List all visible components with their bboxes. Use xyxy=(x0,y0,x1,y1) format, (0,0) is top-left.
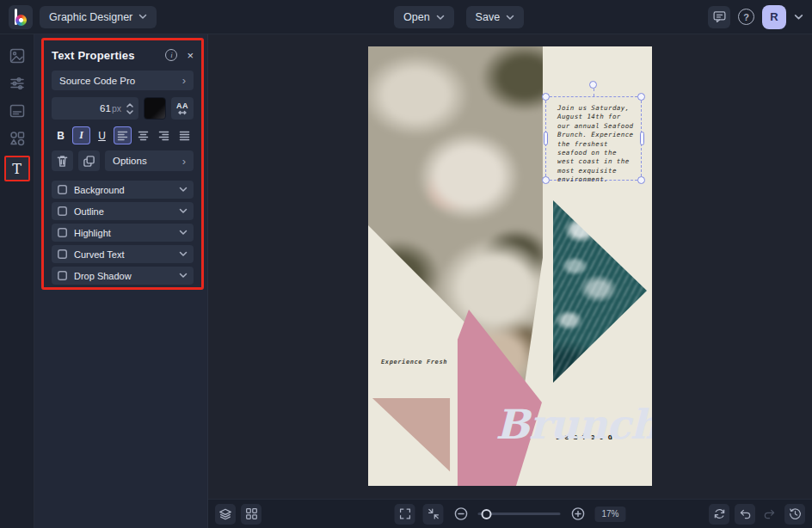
toggle-label: Background xyxy=(74,185,125,195)
highlight-checkbox[interactable] xyxy=(58,228,67,237)
reset-button[interactable] xyxy=(709,504,729,525)
bottom-toolbar: 17% xyxy=(208,499,812,528)
letter-spacing-button[interactable]: AA xyxy=(171,97,194,120)
close-panel-button[interactable]: × xyxy=(187,50,194,61)
stepper-up-icon[interactable] xyxy=(126,103,133,107)
font-size-value: 61 xyxy=(100,103,111,114)
toggle-label: Curved Text xyxy=(74,249,125,260)
effect-toggle-list: Background Outline Highlight Curved Text xyxy=(52,181,194,285)
justify-icon xyxy=(179,130,190,141)
stepper-down-icon[interactable] xyxy=(126,110,133,114)
rotate-handle[interactable] xyxy=(589,81,597,89)
align-right-button[interactable] xyxy=(155,126,173,144)
sidebar-item-graphics[interactable] xyxy=(3,125,31,152)
zoom-controls: 17% xyxy=(395,504,626,525)
sidebar-item-templates[interactable] xyxy=(3,97,31,125)
layers-button[interactable] xyxy=(215,504,236,525)
toggle-background[interactable]: Background xyxy=(52,181,194,199)
align-center-button[interactable] xyxy=(134,126,152,144)
resize-handle-top-left[interactable] xyxy=(542,93,550,101)
size-row: 61 px AA xyxy=(52,97,194,120)
sidebar-item-text-active[interactable]: T xyxy=(4,156,30,181)
info-icon: i xyxy=(170,51,173,59)
toggle-label: Highlight xyxy=(74,228,111,238)
undo-button[interactable] xyxy=(735,504,755,525)
toggle-highlight[interactable]: Highlight xyxy=(52,224,194,242)
font-family-value: Source Code Pro xyxy=(59,76,135,86)
avatar-initial: R xyxy=(770,10,778,23)
resize-handle-top-right[interactable] xyxy=(637,93,645,101)
history-button[interactable] xyxy=(784,504,805,525)
action-row: Options › xyxy=(52,150,194,171)
selected-text-element[interactable]: Join us Saturday, August 14th for our an… xyxy=(557,104,643,185)
italic-button-active[interactable]: I xyxy=(72,126,90,144)
text-color-swatch[interactable] xyxy=(144,97,166,120)
zoom-slider[interactable] xyxy=(478,513,561,515)
toggle-curved-text[interactable]: Curved Text xyxy=(52,245,194,263)
chevron-down-icon[interactable] xyxy=(179,187,188,193)
chevron-down-icon[interactable] xyxy=(179,273,188,279)
open-button[interactable]: Open xyxy=(394,6,454,28)
sidebar-item-images[interactable] xyxy=(3,42,31,70)
toggle-drop-shadow[interactable]: Drop Shadow xyxy=(52,267,194,285)
drop-shadow-checkbox[interactable] xyxy=(58,271,67,280)
curved-text-checkbox[interactable] xyxy=(58,249,67,259)
underline-label: U xyxy=(98,130,106,142)
design-canvas[interactable]: Experience Fresh seafood Brunch Join us … xyxy=(368,46,652,486)
duplicate-icon xyxy=(83,155,95,168)
product-menu-button[interactable]: Graphic Designer xyxy=(40,6,157,28)
outline-checkbox[interactable] xyxy=(58,206,67,216)
zoom-in-button[interactable] xyxy=(569,505,587,524)
chevron-down-icon[interactable] xyxy=(179,251,188,257)
user-avatar[interactable]: R xyxy=(762,5,786,29)
refresh-icon xyxy=(713,507,726,520)
font-size-stepper[interactable] xyxy=(126,103,133,114)
text-selection-box[interactable]: Join us Saturday, August 14th for our an… xyxy=(545,96,642,181)
align-left-button-active[interactable] xyxy=(114,126,132,144)
panel-header: Text Properties i × xyxy=(52,47,194,63)
resize-handle-mid-right[interactable] xyxy=(640,132,644,145)
font-size-input[interactable]: 61 px xyxy=(52,97,138,120)
fit-screen-button[interactable] xyxy=(395,504,415,525)
duplicate-button[interactable] xyxy=(78,150,100,171)
chevron-down-icon xyxy=(138,14,147,20)
toggle-label: Drop Shadow xyxy=(74,271,132,281)
zoom-level-display[interactable]: 17% xyxy=(595,507,626,522)
bold-button[interactable]: B xyxy=(52,126,70,144)
canvas-area[interactable]: Experience Fresh seafood Brunch Join us … xyxy=(208,34,812,499)
befunky-logo[interactable] xyxy=(9,5,33,29)
help-button[interactable]: ? xyxy=(738,9,754,25)
account-area: ? R xyxy=(708,5,803,29)
align-left-icon xyxy=(117,130,128,141)
brunch-script-text[interactable]: Brunch xyxy=(495,401,652,448)
history-controls xyxy=(709,504,805,525)
resize-handle-bottom-right[interactable] xyxy=(637,176,645,184)
delete-button[interactable] xyxy=(52,150,73,171)
actual-size-button[interactable] xyxy=(423,504,444,525)
zoom-slider-handle[interactable] xyxy=(482,509,492,519)
chevron-down-icon[interactable] xyxy=(179,208,188,214)
justify-button[interactable] xyxy=(175,126,194,144)
info-button[interactable]: i xyxy=(165,49,177,61)
pages-button[interactable] xyxy=(241,504,261,525)
chevron-down-icon[interactable] xyxy=(179,230,188,236)
tagline-text[interactable]: Experience Fresh xyxy=(381,359,447,365)
resize-handle-bottom-left[interactable] xyxy=(542,176,550,184)
account-chevron-down-icon[interactable] xyxy=(794,14,803,21)
zoom-out-button[interactable] xyxy=(452,505,471,524)
font-family-select[interactable]: Source Code Pro › xyxy=(52,71,194,90)
chevron-right-icon: › xyxy=(182,75,186,86)
redo-button-disabled[interactable] xyxy=(760,505,779,524)
history-clock-icon xyxy=(789,507,802,520)
underline-button[interactable]: U xyxy=(93,126,111,144)
grid-icon xyxy=(245,507,258,520)
resize-handle-mid-left[interactable] xyxy=(544,132,548,145)
options-button[interactable]: Options › xyxy=(105,150,194,171)
help-icon: ? xyxy=(743,12,749,22)
save-button[interactable]: Save xyxy=(466,6,525,28)
toggle-outline[interactable]: Outline xyxy=(52,202,194,220)
sidebar-item-edit[interactable] xyxy=(3,70,31,97)
background-checkbox[interactable] xyxy=(58,185,67,194)
zoom-level-value: 17% xyxy=(601,509,618,519)
feedback-button[interactable] xyxy=(708,6,730,28)
